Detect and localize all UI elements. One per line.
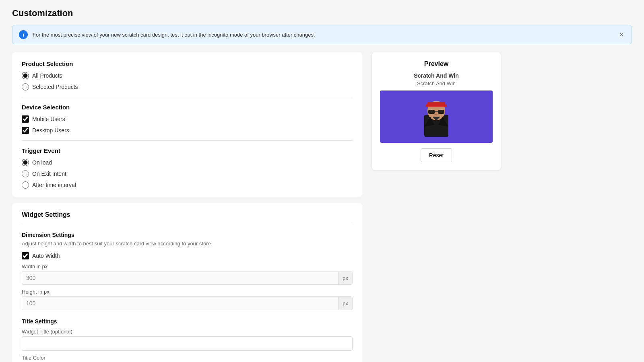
selected-products-radio[interactable] bbox=[22, 83, 29, 90]
divider-2 bbox=[22, 140, 353, 141]
width-unit: px bbox=[338, 272, 352, 284]
after-time-interval-label: After time interval bbox=[32, 182, 76, 188]
on-exit-intent-option[interactable]: On Exit Intent bbox=[22, 170, 353, 177]
auto-width-label[interactable]: Auto Width bbox=[32, 253, 60, 259]
preview-card-subtitle: Scratch And Win bbox=[380, 80, 493, 86]
title-settings-title: Title Settings bbox=[22, 318, 353, 325]
preview-image bbox=[380, 90, 493, 143]
height-input[interactable] bbox=[22, 297, 338, 310]
widget-title-label: Widget Title (optional) bbox=[22, 329, 353, 335]
width-input-row: px bbox=[22, 271, 353, 285]
preview-card-title: Scratch And Win bbox=[380, 72, 493, 79]
on-exit-intent-radio[interactable] bbox=[22, 170, 29, 177]
desktop-users-label: Desktop Users bbox=[32, 127, 69, 134]
svg-rect-5 bbox=[438, 110, 444, 114]
preview-panel: Preview Scratch And Win Scratch And Win bbox=[372, 52, 501, 170]
height-unit: px bbox=[338, 297, 352, 310]
widget-title-input[interactable]: Scratch And Win bbox=[22, 336, 353, 351]
dimension-settings-title: Dimension Settings bbox=[22, 232, 353, 238]
after-time-interval-option[interactable]: After time interval bbox=[22, 181, 353, 189]
banner-close-button[interactable]: × bbox=[617, 31, 625, 39]
dimension-settings-desc: Adjust height and width to best suit you… bbox=[22, 241, 353, 247]
on-exit-intent-label: On Exit Intent bbox=[32, 171, 66, 177]
on-load-label: On load bbox=[32, 159, 52, 166]
svg-point-7 bbox=[435, 114, 438, 115]
all-products-radio[interactable] bbox=[22, 72, 29, 79]
info-banner: i For the most precise view of your new … bbox=[12, 25, 632, 44]
page-title: Customization bbox=[12, 8, 632, 19]
trigger-event-radio-group: On load On Exit Intent After time interv… bbox=[22, 159, 353, 189]
product-selection-title: Product Selection bbox=[22, 60, 353, 67]
preview-character-svg bbox=[420, 95, 452, 139]
device-selection-title: Device Selection bbox=[22, 104, 353, 111]
left-panel: Product Selection All Products Selected … bbox=[12, 52, 362, 362]
width-input[interactable] bbox=[22, 272, 338, 284]
height-input-row: px bbox=[22, 296, 353, 310]
desktop-users-checkbox[interactable] bbox=[22, 127, 29, 134]
selected-products-option[interactable]: Selected Products bbox=[22, 83, 353, 90]
selected-products-label: Selected Products bbox=[32, 84, 78, 90]
height-label: Height in px bbox=[22, 289, 353, 295]
banner-text: For the most precise view of your new sc… bbox=[33, 32, 617, 38]
device-selection-checkbox-group: Mobile Users Desktop Users bbox=[22, 115, 353, 134]
all-products-option[interactable]: All Products bbox=[22, 72, 353, 79]
right-panel: Preview Scratch And Win Scratch And Win bbox=[372, 52, 501, 362]
product-selection-section: Product Selection All Products Selected … bbox=[12, 52, 362, 197]
svg-rect-3 bbox=[426, 104, 447, 107]
auto-width-checkbox[interactable] bbox=[22, 252, 29, 259]
on-load-option[interactable]: On load bbox=[22, 159, 353, 166]
widget-settings-title: Widget Settings bbox=[22, 211, 353, 218]
desktop-users-option[interactable]: Desktop Users bbox=[22, 127, 353, 134]
divider-1 bbox=[22, 97, 353, 97]
product-selection-radio-group: All Products Selected Products bbox=[22, 72, 353, 90]
mobile-users-checkbox[interactable] bbox=[22, 115, 29, 123]
info-icon: i bbox=[19, 30, 28, 39]
preview-title: Preview bbox=[380, 60, 493, 68]
mobile-users-label: Mobile Users bbox=[32, 116, 65, 122]
svg-rect-4 bbox=[428, 110, 435, 114]
widget-settings-section: Widget Settings Dimension Settings Adjus… bbox=[12, 203, 362, 362]
auto-width-row: Auto Width bbox=[22, 252, 353, 259]
width-label: Width in px bbox=[22, 263, 353, 269]
reset-button[interactable]: Reset bbox=[421, 148, 452, 162]
widget-divider bbox=[22, 225, 353, 225]
trigger-event-title: Trigger Event bbox=[22, 147, 353, 154]
title-color-label: Title Color bbox=[22, 355, 353, 361]
mobile-users-option[interactable]: Mobile Users bbox=[22, 115, 353, 123]
all-products-label: All Products bbox=[32, 72, 62, 79]
on-load-radio[interactable] bbox=[22, 159, 29, 166]
after-time-interval-radio[interactable] bbox=[22, 181, 29, 189]
